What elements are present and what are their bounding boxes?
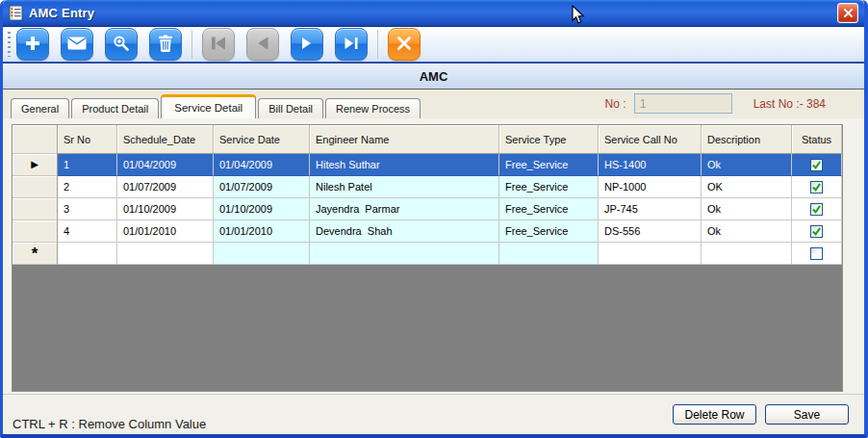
grid-cell[interactable]: 01/07/2009 (214, 176, 310, 198)
toolbar-grip[interactable] (8, 32, 11, 57)
toolbar-separator (377, 30, 378, 59)
grid-cell[interactable]: 01/01/2010 (214, 220, 310, 243)
record-number-area: No : Last No :- 384 (605, 93, 826, 114)
grid-row[interactable]: ▶101/04/200901/04/2009Hitesh SutharFree_… (13, 154, 842, 176)
grid-empty-area (13, 265, 842, 391)
no-label: No : (605, 97, 626, 111)
grid-cell[interactable]: OK (702, 176, 792, 198)
grid-cell[interactable]: Hitesh Suthar (310, 154, 499, 176)
grid-header-cell[interactable]: Service Date (214, 125, 310, 154)
delete-button[interactable] (149, 28, 182, 61)
grid-cell[interactable]: 01/04/2009 (214, 154, 310, 176)
grid-header-cell[interactable]: Service Call No (599, 125, 702, 154)
form-header-bar: AMC (3, 64, 864, 90)
envelope-icon (67, 37, 87, 53)
grid-cell[interactable]: 01/04/2009 (117, 154, 214, 176)
status-checkbox[interactable] (810, 181, 823, 193)
first-record-icon (211, 37, 226, 53)
status-checkbox[interactable] (810, 203, 823, 216)
grid-corner-cell (13, 125, 58, 154)
search-button[interactable] (105, 28, 138, 61)
grid-cell[interactable]: Free_Service (499, 154, 599, 176)
grid-cell-status[interactable] (792, 198, 842, 220)
shortcut-hint: CTRL + R : Remove Column Value (13, 417, 206, 431)
grid-cell[interactable] (499, 243, 599, 265)
grid-cell[interactable] (702, 243, 792, 265)
next-record-button[interactable] (291, 28, 323, 61)
grid-cell-status[interactable] (792, 243, 842, 265)
delete-row-button[interactable]: Delete Row (673, 404, 756, 425)
grid-cell[interactable] (214, 243, 310, 265)
row-selector[interactable] (13, 176, 58, 198)
grid-header-cell[interactable]: Engineer Name (310, 125, 499, 154)
tab-general[interactable]: General (11, 98, 69, 118)
grid-header-cell[interactable]: Description (702, 125, 792, 154)
tab-renew-process[interactable]: Renew Process (325, 98, 421, 118)
grid-cell[interactable]: 1 (58, 154, 117, 176)
grid-cell[interactable]: NP-1000 (599, 176, 702, 198)
grid-header-cell[interactable]: Service Type (499, 125, 599, 154)
status-checkbox[interactable] (810, 225, 823, 238)
close-button[interactable] (837, 3, 858, 23)
grid-cell[interactable]: 01/10/2009 (117, 198, 214, 220)
titlebar[interactable]: AMC Entry (3, 0, 864, 27)
grid-row[interactable]: 301/10/200901/10/2009Jayendra ParmarFree… (13, 198, 842, 220)
grid-cell[interactable]: 01/10/2009 (214, 198, 310, 220)
grid-cell-status[interactable] (792, 220, 842, 243)
status-checkbox[interactable] (810, 159, 823, 171)
amc-entry-window: AMC Entry (0, 0, 868, 438)
grid-cell[interactable]: Jayendra Parmar (310, 198, 499, 220)
window-title: AMC Entry (29, 6, 94, 20)
grid-cell[interactable]: 01/01/2010 (117, 220, 214, 243)
grid-cell[interactable]: JP-745 (599, 198, 702, 220)
grid-cell[interactable]: Nilesh Patel (310, 176, 499, 198)
grid-cell[interactable]: Free_Service (499, 176, 599, 198)
grid-cell[interactable]: 01/07/2009 (117, 176, 214, 198)
grid-cell[interactable]: Ok (702, 154, 792, 176)
grid-cell[interactable]: Free_Service (499, 198, 599, 220)
previous-record-button (246, 28, 279, 61)
tab-page-service-detail: Sr NoSchedule_DateService DateEngineer N… (3, 118, 864, 394)
grid-header-cell[interactable]: Status (792, 125, 842, 154)
grid-cell[interactable]: Free_Service (499, 220, 599, 243)
grid-row[interactable]: 401/01/201001/01/2010Devendra ShahFree_S… (13, 220, 842, 243)
grid-cell[interactable]: 4 (58, 220, 117, 243)
grid-row[interactable]: 201/07/200901/07/2009Nilesh PatelFree_Se… (13, 176, 842, 198)
previous-record-icon (255, 37, 270, 53)
current-row-arrow-icon: ▶ (31, 160, 38, 169)
cancel-button[interactable] (388, 28, 421, 61)
grid-cell-status[interactable] (792, 154, 842, 176)
add-button[interactable] (16, 28, 49, 61)
row-selector[interactable] (13, 198, 58, 220)
tab-product-detail[interactable]: Product Detail (71, 98, 159, 118)
row-selector[interactable] (13, 220, 58, 243)
tab-bill-detail[interactable]: Bill Detail (258, 98, 323, 118)
grid-cell[interactable] (599, 243, 702, 265)
grid-cell[interactable]: Ok (702, 220, 792, 243)
grid-header-cell[interactable]: Sr No (58, 125, 117, 154)
row-selector[interactable]: ▶ (13, 154, 58, 176)
toolbar-separator (191, 30, 192, 59)
last-record-button[interactable] (335, 28, 368, 61)
grid-cell-status[interactable] (792, 176, 842, 198)
grid-cell[interactable] (58, 243, 117, 265)
next-record-icon (299, 37, 315, 53)
grid-cell[interactable]: Ok (702, 198, 792, 220)
grid-cell[interactable]: 2 (58, 176, 117, 198)
grid-cell[interactable]: DS-556 (599, 220, 702, 243)
new-row-selector[interactable]: * (13, 243, 58, 265)
no-input[interactable] (634, 93, 732, 114)
cancel-x-icon (396, 36, 412, 54)
grid-cell[interactable]: 3 (58, 198, 117, 220)
grid-cell[interactable] (310, 243, 499, 265)
mail-button[interactable] (61, 28, 93, 61)
grid-cell[interactable]: Devendra Shah (310, 220, 499, 243)
footer: CTRL + R : Remove Column Value Delete Ro… (3, 394, 864, 437)
grid-header-cell[interactable]: Schedule_Date (117, 125, 214, 154)
save-button[interactable]: Save (765, 404, 849, 425)
grid-cell[interactable]: HS-1400 (599, 154, 702, 176)
grid-new-row[interactable]: * (13, 243, 842, 265)
status-checkbox[interactable] (810, 247, 823, 260)
grid-cell[interactable] (117, 243, 214, 265)
tab-service-detail[interactable]: Service Detail (161, 94, 256, 118)
